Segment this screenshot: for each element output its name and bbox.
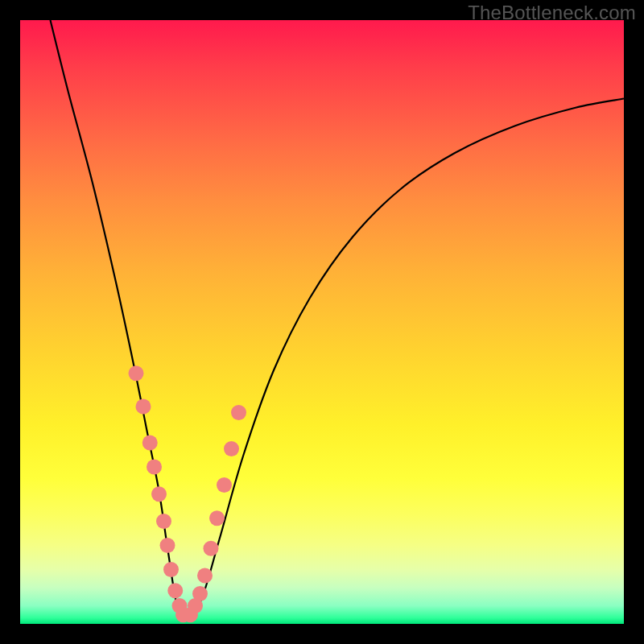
data-point-marker	[142, 436, 158, 451]
data-point-marker	[217, 477, 232, 493]
data-point-marker	[151, 486, 167, 502]
data-point-marker	[197, 568, 213, 584]
right-branch-dots	[183, 405, 246, 622]
chart-frame: TheBottleneck.com	[0, 0, 644, 644]
data-point-marker	[160, 538, 175, 553]
data-point-marker	[147, 460, 162, 475]
data-point-marker	[192, 586, 208, 601]
data-point-marker	[204, 541, 219, 556]
left-branch-dots	[129, 365, 192, 622]
data-point-marker	[129, 365, 144, 381]
chart-plot-area	[20, 20, 624, 624]
data-point-marker	[231, 405, 246, 420]
data-point-marker	[156, 514, 171, 529]
chart-svg	[20, 20, 624, 624]
data-point-marker	[224, 441, 239, 456]
watermark-text: TheBottleneck.com	[468, 2, 636, 24]
data-point-marker	[136, 399, 151, 415]
bottleneck-curve	[51, 20, 625, 618]
data-point-marker	[209, 510, 225, 526]
data-point-marker	[167, 583, 183, 598]
data-point-marker	[163, 562, 179, 577]
